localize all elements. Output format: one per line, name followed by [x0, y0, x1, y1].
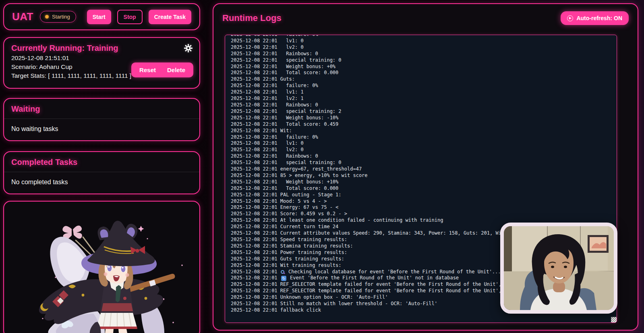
- log-line: 2025-12-08 22:01 PAL outing - Stage 1:: [231, 192, 617, 198]
- completed-title: Completed Tasks: [4, 152, 199, 172]
- log-line: 2025-12-08 22:01 Weight bonus: -10%: [231, 115, 617, 121]
- log-line: 2025-12-08 22:01 Score: 0.459 vs 0.2 - >: [231, 211, 617, 217]
- waiting-empty-text: No waiting tasks: [4, 119, 199, 139]
- sync-icon: ↻: [281, 276, 286, 281]
- status-dot-icon: [45, 15, 49, 19]
- app-title: UAT: [12, 10, 33, 23]
- create-task-button[interactable]: Create Task: [149, 10, 191, 24]
- log-line: 2025-12-08 22:01 Weight bonus: +0%: [231, 64, 617, 70]
- reset-button[interactable]: Reset: [134, 66, 162, 74]
- current-task-timestamp: 2025-12-08 21:51:01: [11, 54, 192, 62]
- log-line: 2025-12-08 22:01 lv2: 0: [231, 44, 617, 51]
- status-label: Starting: [52, 14, 70, 20]
- waiting-panel: Waiting No waiting tasks: [3, 98, 200, 141]
- resize-grip[interactable]: [611, 317, 617, 323]
- stop-button[interactable]: Stop: [117, 10, 143, 24]
- current-task-panel: Currently Running: Training 2025-12-08 2…: [3, 37, 200, 89]
- waiting-title: Waiting: [4, 99, 199, 119]
- log-line: 2025-12-08 22:01 special training: 0: [231, 160, 617, 166]
- log-line: 2025-12-08 22:01 special training: 0: [231, 57, 617, 64]
- auto-refresh-label: Auto-refresh: ON: [576, 15, 622, 21]
- runtime-logs-title: Runtime Logs: [222, 13, 282, 23]
- webcam-overlay: [500, 223, 617, 314]
- log-line: 2025-12-08 22:01 lv2: 0: [231, 147, 617, 153]
- app-header-panel: UAT Starting Start Stop Create Task: [3, 3, 200, 30]
- log-line: 2025-12-08 22:01 Total score: 0.000: [231, 70, 617, 76]
- log-line: 2025-12-08 22:01 Wit:: [231, 128, 617, 134]
- log-line: 2025-12-08 22:01 lv1: 0: [231, 38, 617, 44]
- log-line: 2025-12-08 22:01 85 > energy, +10% to wi…: [231, 173, 617, 179]
- current-task-title: Currently Running: Training: [11, 44, 192, 53]
- character-art-panel: [3, 201, 200, 333]
- log-line: 2025-12-08 22:01 lv1: 0: [231, 140, 617, 147]
- auto-refresh-button[interactable]: Auto-refresh: ON: [561, 11, 629, 25]
- log-line: 2025-12-08 22:01 Guts:: [231, 76, 617, 83]
- log-line: 2025-12-08 22:01 energy=67, rest_thresho…: [231, 166, 617, 173]
- delete-button[interactable]: Delete: [162, 66, 191, 74]
- task-action-group: Reset Delete: [131, 62, 193, 77]
- log-line: 2025-12-08 22:01 Energy: 67 vs 75 - <: [231, 204, 617, 211]
- log-line: 2025-12-08 22:01 failure: 0%: [231, 83, 617, 89]
- log-line: 2025-12-08 22:01 lv2: 1: [231, 96, 617, 102]
- log-line: 2025-12-08 22:01 failure: 0%: [231, 35, 617, 38]
- log-line: 2025-12-08 22:01 Weight bonus: +10%: [231, 179, 617, 185]
- webcam-video-frame: [504, 226, 614, 310]
- completed-panel: Completed Tasks No completed tasks: [3, 151, 200, 194]
- log-line: 2025-12-08 22:01 Total score: 0.459: [231, 121, 617, 128]
- gear-icon[interactable]: [184, 44, 193, 54]
- log-line: 2025-12-08 22:01 Rainbows: 0: [231, 153, 617, 160]
- log-line: 2025-12-08 22:01 Total score: 0.000: [231, 185, 617, 192]
- log-line: 2025-12-08 22:01 Rainbows: 0: [231, 51, 617, 57]
- completed-empty-text: No completed tasks: [4, 172, 199, 192]
- log-line: 2025-12-08 22:01 Mood: 5 vs 4 - >: [231, 198, 617, 205]
- log-line: 2025-12-08 22:01 failure: 0%: [231, 134, 617, 141]
- log-line: 2025-12-08 22:01 lv1: 1: [231, 89, 617, 96]
- log-line: 2025-12-08 22:01 Rainbows: 0: [231, 102, 617, 108]
- start-button[interactable]: Start: [87, 10, 111, 24]
- witch-character-illustration: [4, 202, 199, 333]
- status-badge: Starting: [40, 11, 76, 23]
- play-circle-icon: [567, 15, 573, 21]
- search-icon: [281, 270, 284, 274]
- log-line: 2025-12-08 22:01 special training: 2: [231, 108, 617, 115]
